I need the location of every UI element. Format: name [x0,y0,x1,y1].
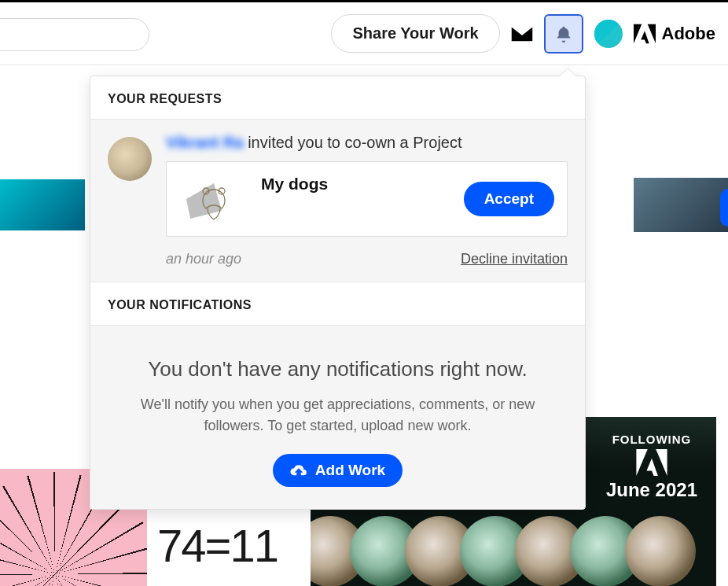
adobe-logo-text: Adobe [662,24,715,44]
user-avatar[interactable] [594,20,623,48]
empty-body: We'll notify you when you get appreciati… [122,394,553,437]
thumb-left [0,178,86,232]
notifications-dropdown: YOUR REQUESTS Vikrant Ra invited you to … [90,76,586,510]
decline-invitation-link[interactable]: Decline invitation [461,251,568,267]
request-item: Vikrant Ra invited you to co-own a Proje… [90,120,585,282]
notifications-button[interactable] [544,14,583,53]
top-header: Share Your Work Adobe [0,2,728,65]
inviter-name[interactable]: Vikrant Ra [166,134,244,151]
card-mid-text: 74=11 [157,519,278,572]
following-label: FOLLOWING [612,433,692,446]
requester-avatar[interactable] [108,137,152,181]
requests-heading: YOUR REQUESTS [90,76,585,120]
share-your-work-button[interactable]: Share Your Work [331,14,499,53]
project-thumbnail [179,175,248,223]
header-actions: Adobe [511,14,715,53]
add-work-button[interactable]: Add Work [273,454,403,487]
blue-edge [720,189,728,227]
accept-button[interactable]: Accept [464,182,554,216]
adobe-logo[interactable]: Adobe [634,24,715,44]
empty-title: You don't have any notifications right n… [122,357,553,381]
thumb-right [634,178,728,232]
project-title: My dogs [261,175,451,193]
request-text: Vikrant Ra invited you to co-own a Proje… [166,134,568,152]
mail-icon[interactable] [511,26,533,42]
request-timestamp: an hour ago [166,251,241,267]
empty-notifications: You don't have any notifications right n… [90,326,585,509]
search-input[interactable] [0,18,149,51]
cloud-upload-icon [290,463,307,477]
following-date: June 2021 [606,479,697,501]
project-card: My dogs Accept [166,161,568,237]
notifications-heading: YOUR NOTIFICATIONS [90,282,585,326]
